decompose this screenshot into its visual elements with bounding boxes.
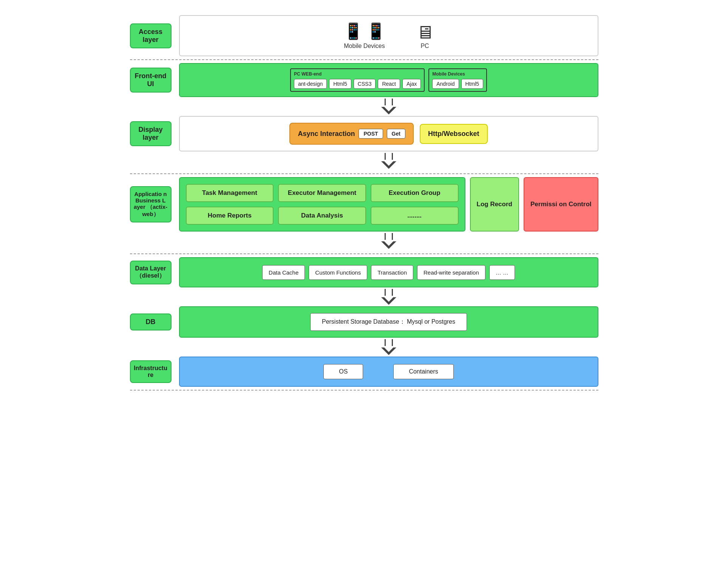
frontend-item-android: Android [432,79,459,89]
app-row-1: Task Management Executor Management Exec… [186,184,459,202]
frontend-item-ajax: Ajax [402,79,421,89]
data-layer-row: Data Layer （diesel） Data Cache Custom Fu… [130,257,598,287]
frontend-item-react: React [378,79,400,89]
ellipsis-item: ........ [371,207,459,225]
os-item: OS [323,364,363,379]
db-layer-label: DB [130,313,172,330]
log-record: Log Record [470,177,519,232]
data-analysis: Data Analysis [278,207,366,225]
infra-layer-content: OS Containers [179,357,598,387]
infra-layer-row: Infrastructu re OS Containers [130,357,598,387]
frontend-layer-label: Front-end UI [130,68,172,93]
transaction: Transaction [371,265,413,280]
divider-2 [130,173,598,174]
frontend-item-css3: CSS3 [354,79,376,89]
arrow-head-1 [381,107,396,114]
async-label: Async Interaction [298,130,355,138]
frontend-layer-row: Front-end UI PC WEB-end ant-design Html5… [130,63,598,97]
mobile-label: Mobile Devices [344,43,385,49]
arrow-down-3 [381,233,396,249]
db-storage: Persistent Storage Database： Mysql or Po… [310,313,467,331]
task-management: Task Management [186,184,274,202]
application-layer-row: Applicatio n Business L ayer （actix-web）… [130,177,598,232]
phone-icon: 📱 [343,22,363,40]
pc-web-title: PC WEB-end [294,71,421,77]
frontend-item-html5-mobile: Html5 [461,79,484,89]
execution-group: Execution Group [371,184,459,202]
pc-label: PC [420,43,429,49]
get-button: Get [387,129,405,139]
mobile-devices: 📱 📱 Mobile Devices [343,22,386,49]
arrow-head-3 [381,241,396,249]
arrow-down-2 [381,153,396,169]
arrow-5 [179,338,598,357]
arrow-head-4 [381,297,396,305]
containers-item: Containers [393,364,453,379]
arrow-4 [179,287,598,306]
tablet-icon: 📱 [366,22,386,40]
application-layer-area: Task Management Executor Management Exec… [179,177,598,232]
frontend-item-html5: Html5 [329,79,351,89]
arrow-1 [179,97,598,116]
data-cache: Data Cache [262,265,305,280]
pc-web-items: ant-design Html5 CSS3 React Ajax [294,79,421,89]
mobile-web-title: Mobile Devices [432,71,483,77]
async-interaction-box: Async Interaction POST Get [289,123,414,145]
access-layer-label: Access layer [130,23,172,48]
db-layer-content: Persistent Storage Database： Mysql or Po… [179,306,598,338]
access-layer-row: Access layer 📱 📱 Mobile Devices 🖥 PC [130,15,598,56]
arrow-down-4 [381,289,396,305]
executor-management: Executor Management [278,184,366,202]
arrow-down-1 [381,99,396,114]
pc-device: 🖥 PC [416,22,434,49]
home-reports: Home Reports [186,207,274,225]
arrow-2 [179,151,598,170]
frontend-item-ant: ant-design [294,79,327,89]
mobile-web-group: Mobile Devices Android Html5 [428,68,487,92]
arrow-3 [179,232,598,250]
mobile-web-items: Android Html5 [432,79,483,89]
arrow-head-5 [381,347,396,355]
permission-control: Permissi on Control [524,177,598,232]
app-row-2: Home Reports Data Analysis ........ [186,207,459,225]
frontend-layer-content: PC WEB-end ant-design Html5 CSS3 React A… [179,63,598,97]
display-layer-row: Display layer Async Interaction POST Get… [130,116,598,151]
display-layer-label: Display layer [130,121,172,146]
display-layer-content: Async Interaction POST Get Http/Websocke… [179,116,598,151]
application-layer-label: Applicatio n Business L ayer （actix-web） [130,186,172,222]
infra-layer-label: Infrastructu re [130,360,172,383]
post-button: POST [359,129,383,139]
db-layer-row: DB Persistent Storage Database： Mysql or… [130,306,598,338]
more-items: … … [489,265,515,280]
access-layer-content: 📱 📱 Mobile Devices 🖥 PC [179,15,598,56]
arrow-down-5 [381,339,396,355]
custom-functions: Custom Functions [309,265,367,280]
divider-3 [130,253,598,254]
websocket-box: Http/Websocket [420,124,488,144]
data-layer-content: Data Cache Custom Functions Transaction … [179,257,598,287]
arrow-head-2 [381,161,396,169]
app-main-content: Task Management Executor Management Exec… [179,177,465,232]
pc-web-group: PC WEB-end ant-design Html5 CSS3 React A… [290,68,425,92]
divider-bottom [130,390,598,391]
data-layer-label: Data Layer （diesel） [130,261,172,284]
read-write-separation: Read-write separation [417,265,485,280]
pc-icon: 🖥 [416,22,434,43]
divider-1 [130,59,598,60]
architecture-diagram: Access layer 📱 📱 Mobile Devices 🖥 PC Fro… [130,8,598,401]
